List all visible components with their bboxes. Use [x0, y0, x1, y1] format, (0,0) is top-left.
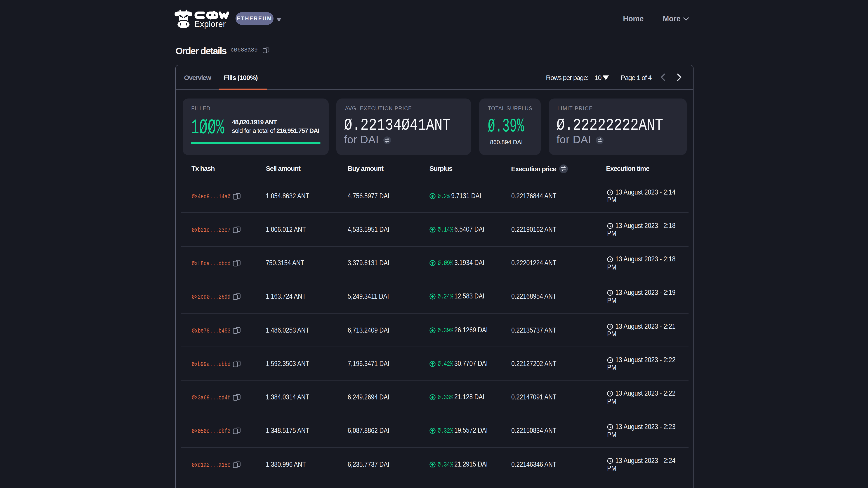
svg-text:Explorer: Explorer	[194, 20, 226, 29]
